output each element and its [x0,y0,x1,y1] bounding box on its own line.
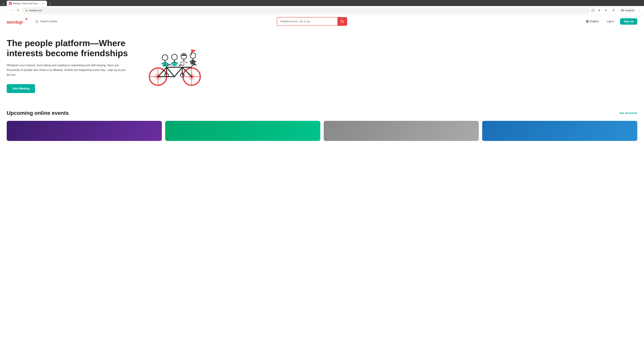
back-button[interactable]: ← [2,8,8,13]
location-search-wrap [277,17,347,26]
svg-point-32 [181,53,187,59]
logo-svg: meetup [7,17,28,25]
login-button[interactable]: Log in [604,18,617,24]
tab-favicon: M [9,2,12,5]
browser-chrome: ❮ M Meetup | Find Local Groups, Ev... ✕ … [0,0,644,15]
location-search-button[interactable] [338,17,347,25]
site-content: meetup Search events English Log in [0,15,644,355]
header-actions: English Log in Sign up [584,18,637,25]
globe-icon [586,20,589,23]
site-header: meetup Search events English Log in [0,15,644,28]
signup-button[interactable]: Sign up [620,18,637,25]
location-input[interactable] [277,20,338,23]
svg-point-2 [622,10,622,11]
browser-tab-active[interactable]: M Meetup | Find Local Groups, Ev... ✕ [7,1,47,6]
tandem-bike-illustration [142,42,206,89]
upcoming-header: Upcoming online events See all events [7,110,637,116]
incognito-badge[interactable]: Incognito [619,8,636,12]
event-card-1[interactable] [7,121,162,141]
event-card-2[interactable] [165,121,320,141]
browser-menu-button[interactable]: ⋮ [636,8,642,13]
language-label: English [590,20,598,23]
svg-point-28 [172,54,177,60]
svg-marker-38 [192,49,196,52]
event-card-4[interactable] [482,121,637,141]
upcoming-title: Upcoming online events [7,110,69,116]
hero-text: The people platform—Where interests beco… [7,38,134,93]
search-events-icon [35,20,38,23]
signup-label: Sign up [624,20,634,23]
forward-button[interactable]: → [9,8,14,13]
login-label: Log in [607,20,614,23]
hero-description: Whatever your interest, from hiking and … [7,63,128,78]
incognito-label: Incognito [625,9,634,11]
location-search-icon [340,19,344,23]
toolbar-divider-2 [618,8,618,12]
refresh-button[interactable]: ↻ [16,8,21,13]
browser-toolbar: ← → ↻ 🔒 meetup.com ★ Incognito ⋮ [0,6,644,15]
upcoming-events-section: Upcoming online events See all events [0,103,644,144]
svg-point-3 [623,10,623,11]
tab-close-button[interactable]: ✕ [42,2,44,5]
new-tab-button[interactable]: + [48,1,53,6]
extensions-button[interactable] [602,8,608,13]
address-bar[interactable]: 🔒 meetup.com [22,7,589,13]
tab-nav-back-button[interactable]: ❮ [1,2,6,6]
hero-title: The people platform—Where interests beco… [7,38,134,58]
see-all-events-link[interactable]: See all events [620,112,637,115]
profile-button[interactable] [611,8,616,13]
svg-point-7 [341,20,343,22]
hero-illustration [141,42,208,89]
search-events-button[interactable]: Search events [32,18,60,25]
search-events-label: Search events [40,20,57,23]
cast-button[interactable] [590,8,596,13]
svg-rect-0 [592,9,594,11]
hero-section: The people platform—Where interests beco… [0,28,252,103]
svg-point-5 [26,18,27,20]
events-grid [7,121,637,141]
join-meetup-button[interactable]: Join Meetup [7,84,35,93]
svg-text:meetup: meetup [7,19,23,25]
address-text: meetup.com [29,9,586,12]
lock-icon: 🔒 [25,9,28,11]
toolbar-divider [609,8,610,12]
meetup-logo[interactable]: meetup [7,17,28,25]
join-label: Join Meetup [12,87,30,90]
svg-point-1 [613,9,614,10]
svg-point-36 [190,53,196,58]
event-card-3[interactable] [324,121,479,141]
tab-title: Meetup | Find Local Groups, Ev... [13,2,40,5]
bookmark-button[interactable]: ★ [596,8,602,13]
svg-point-24 [162,55,168,60]
toolbar-actions: ★ Incognito ⋮ [590,8,642,13]
tab-bar: ❮ M Meetup | Find Local Groups, Ev... ✕ … [0,0,644,6]
svg-point-6 [36,20,38,22]
language-button[interactable]: English [584,18,600,24]
